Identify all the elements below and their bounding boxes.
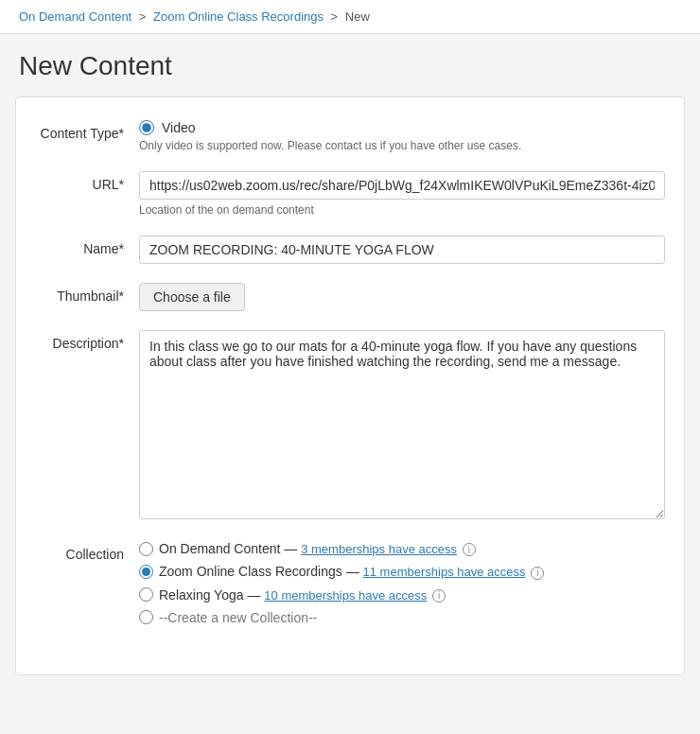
description-row: Description* xyxy=(35,330,665,522)
collection-on-demand-radio[interactable] xyxy=(139,542,153,556)
collection-control: On Demand Content — 3 memberships have a… xyxy=(139,541,665,633)
content-type-control: Video Only video is supported now. Pleas… xyxy=(139,120,665,152)
content-type-helper: Only video is supported now. Please cont… xyxy=(139,139,665,152)
content-type-video-label: Video xyxy=(162,120,196,135)
collection-option-1: Zoom Online Class Recordings — 11 member… xyxy=(139,564,665,579)
name-row: Name* xyxy=(35,236,665,264)
breadcrumb-link-1[interactable]: On Demand Content xyxy=(19,9,131,24)
name-label: Name* xyxy=(35,236,139,256)
collection-option-0: On Demand Content — 3 memberships have a… xyxy=(139,541,665,556)
collection-option-2: Relaxing Yoga — 10 memberships have acce… xyxy=(139,587,665,603)
breadcrumb: On Demand Content > Zoom Online Class Re… xyxy=(0,0,700,34)
url-row: URL* Location of the on demand content xyxy=(35,171,665,217)
description-control xyxy=(139,330,665,522)
page-header: New Content xyxy=(0,34,700,96)
collection-row: Collection On Demand Content — 3 members… xyxy=(35,541,665,633)
thumbnail-label: Thumbnail* xyxy=(35,283,139,304)
collection-zoom-online-info-icon[interactable]: i xyxy=(531,567,544,580)
collection-zoom-online-label: Zoom Online Class Recordings — 11 member… xyxy=(159,564,544,579)
collection-relaxing-yoga-info-icon[interactable]: i xyxy=(432,589,446,603)
content-type-label: Content Type* xyxy=(35,120,139,141)
collection-on-demand-info-icon[interactable]: i xyxy=(463,543,476,556)
form-card: Content Type* Video Only video is suppor… xyxy=(15,96,685,675)
breadcrumb-link-2[interactable]: Zoom Online Class Recordings xyxy=(153,9,324,24)
collection-relaxing-yoga-label: Relaxing Yoga — 10 memberships have acce… xyxy=(159,587,446,603)
collection-new-radio[interactable] xyxy=(139,610,153,624)
thumbnail-control: Choose a file xyxy=(139,283,665,311)
content-type-radio-group: Video xyxy=(139,120,665,135)
collection-relaxing-yoga-radio[interactable] xyxy=(139,587,153,602)
collection-on-demand-access[interactable]: 3 memberships have access xyxy=(301,542,457,556)
description-label: Description* xyxy=(35,330,139,351)
breadcrumb-sep-1: > xyxy=(139,9,147,24)
breadcrumb-current: New xyxy=(345,9,370,24)
thumbnail-row: Thumbnail* Choose a file xyxy=(35,283,665,311)
name-input[interactable] xyxy=(139,236,665,264)
collection-zoom-online-access[interactable]: 11 memberships have access xyxy=(363,565,526,579)
collection-relaxing-yoga-access[interactable]: 10 memberships have access xyxy=(264,588,427,603)
url-input[interactable] xyxy=(139,171,665,200)
name-control xyxy=(139,236,665,264)
url-label: URL* xyxy=(35,171,139,192)
collection-option-3: --Create a new Collection-- xyxy=(139,610,665,625)
page-title: New Content xyxy=(19,51,681,81)
choose-file-button[interactable]: Choose a file xyxy=(139,283,245,311)
description-textarea[interactable] xyxy=(139,330,665,519)
collection-label: Collection xyxy=(35,541,139,562)
breadcrumb-sep-2: > xyxy=(331,9,339,24)
collection-new-label: --Create a new Collection-- xyxy=(159,610,317,625)
url-helper: Location of the on demand content xyxy=(139,203,665,217)
url-control: Location of the on demand content xyxy=(139,171,665,217)
collection-on-demand-label: On Demand Content — 3 memberships have a… xyxy=(159,541,476,556)
collection-zoom-online-radio[interactable] xyxy=(139,565,153,579)
content-type-row: Content Type* Video Only video is suppor… xyxy=(35,120,665,152)
content-type-video-option[interactable]: Video xyxy=(139,120,665,135)
content-type-video-radio[interactable] xyxy=(139,120,154,135)
